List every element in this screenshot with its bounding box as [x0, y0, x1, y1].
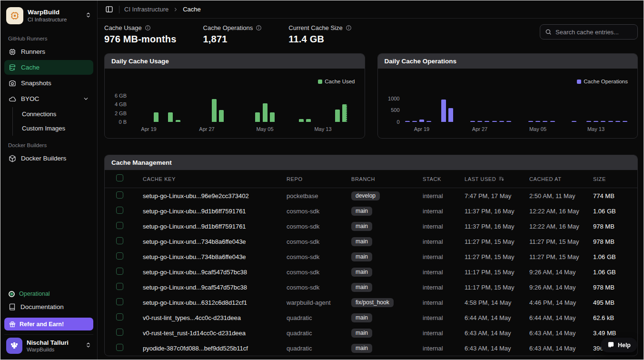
cell-cached-at: 12:22 AM, 16 May	[529, 223, 593, 230]
camera-icon	[9, 80, 16, 87]
chart-bar	[212, 99, 217, 122]
branch-badge: fix/post_hook	[351, 298, 394, 307]
chart-bar	[342, 104, 347, 122]
user-switcher[interactable]: Nischal Talluri WarpBuilds	[4, 334, 93, 355]
cell-cached-at: 2:50 AM, 11 May	[529, 192, 593, 200]
panel-title: Daily Cache Operations	[378, 54, 638, 69]
cell-repo: quadratic	[287, 345, 351, 352]
chevrons-up-down-icon	[85, 11, 91, 20]
info-icon[interactable]	[346, 25, 352, 31]
cpu-icon	[9, 48, 16, 56]
sidebar-item-runners[interactable]: Runners	[4, 44, 93, 59]
sidebar-item-documentation[interactable]: Documentation	[4, 300, 93, 314]
row-checkbox[interactable]	[116, 283, 123, 290]
cell-last-used: 6:43 AM, 14 May	[465, 345, 529, 352]
x-tick-label: Apr 27	[199, 126, 214, 132]
cell-cache-key: setup-go-Linux-und...9d1b6ff7591761	[143, 223, 287, 230]
table-row: pyodide-387c0fd088...bef9dd525b11cf quad…	[105, 340, 637, 356]
chevron-right-icon	[173, 7, 178, 12]
stat-label: Cache Operations	[203, 24, 253, 31]
refer-and-earn-button[interactable]: Refer and Earn!	[4, 318, 93, 330]
gift-icon	[9, 321, 16, 328]
help-label: Help	[618, 342, 631, 349]
cell-size: 1.06 GB	[593, 208, 637, 215]
cell-repo: cosmos-sdk	[287, 284, 351, 291]
sidebar-item-byoc[interactable]: BYOC	[4, 91, 93, 106]
sidebar-item-connections[interactable]: Connections	[18, 107, 93, 120]
x-tick-label: May 05	[529, 126, 546, 132]
row-checkbox[interactable]	[116, 237, 123, 244]
avatar	[6, 338, 22, 354]
refer-label: Refer and Earn!	[20, 321, 64, 328]
info-icon[interactable]	[145, 25, 151, 31]
legend-swatch	[318, 80, 322, 84]
stat-current-cache-size: Current Cache Size 11.4 GB	[288, 24, 351, 45]
sidebar-item-cache[interactable]: Cache	[4, 60, 93, 75]
row-checkbox[interactable]	[116, 222, 123, 229]
table-row: setup-go-Linux-und...9d1b6ff7591761 cosm…	[105, 219, 637, 234]
y-tick-label: 6 GB	[115, 92, 127, 99]
select-all-checkbox[interactable]	[116, 174, 123, 181]
table-row: setup-go-Linux-und...734b8a6ffe043e cosm…	[105, 234, 637, 249]
table-row: v0-rust-test_rust-1d14cc0c-d231deea quad…	[105, 325, 637, 340]
branch-badge: main	[351, 252, 372, 261]
table-body: setup-go-Linux-ubu...96e9e2cc373402 pock…	[105, 188, 637, 356]
column-header-label: LAST USED	[465, 176, 496, 182]
cell-cached-at: 12:22 AM, 16 May	[529, 208, 593, 215]
row-checkbox[interactable]	[116, 268, 123, 275]
legend-label: Cache Operations	[584, 79, 628, 84]
daily-cache-operations-panel: Daily Cache Operations Cache Operations …	[377, 53, 638, 139]
row-checkbox[interactable]	[116, 207, 123, 214]
cell-last-used: 7:47 PM, 17 May	[465, 192, 529, 200]
cell-stack: internal	[423, 330, 465, 337]
sidebar-item-docker-builders[interactable]: Docker Builders	[4, 151, 93, 166]
chat-bubble-icon	[607, 341, 614, 349]
cell-cache-key: setup-go-Linux-ubu...6312c6d8d12cf1	[143, 299, 287, 306]
status-dot-icon	[9, 291, 15, 297]
chart-bar	[448, 108, 453, 122]
cell-repo: cosmos-sdk	[287, 253, 351, 260]
branch-badge: main	[351, 268, 372, 277]
branch-badge: develop	[351, 191, 380, 200]
sidebar-item-snapshots[interactable]: Snapshots	[4, 76, 93, 90]
org-switcher[interactable]: WarpBuild CI Infrastructure	[4, 5, 93, 30]
chart-legend: Cache Used	[111, 78, 355, 85]
column-header-last-used[interactable]: LAST USED	[465, 176, 529, 182]
cell-cache-key: setup-go-Linux-ubu...9d1b6ff7591761	[143, 208, 287, 215]
chart-x-axis: Apr 19Apr 27May 05May 13	[404, 122, 629, 133]
breadcrumb-ci-infrastructure[interactable]: CI Infrastructure	[124, 6, 168, 13]
x-tick-label: Apr 19	[141, 126, 156, 132]
table-row: setup-go-Linux-ubu...734b8a6ffe043e cosm…	[105, 249, 637, 264]
sidebar-toggle-button[interactable]	[104, 4, 114, 14]
row-checkbox[interactable]	[116, 344, 123, 351]
chart-bar	[335, 110, 340, 122]
sidebar-item-custom-images[interactable]: Custom Images	[18, 121, 93, 135]
cell-size: 978 MB	[593, 238, 637, 245]
legend-swatch	[577, 80, 581, 84]
y-tick-label: 1000	[388, 95, 399, 102]
cloud-icon	[9, 95, 16, 103]
panel-title: Cache Management	[105, 155, 637, 170]
row-checkbox[interactable]	[116, 298, 123, 305]
cell-stack: internal	[423, 238, 465, 245]
row-checkbox[interactable]	[116, 329, 123, 336]
cell-repo: pocketbase	[287, 192, 351, 200]
cell-last-used: 11:17 PM, 15 May	[465, 284, 529, 291]
column-header-size: SIZE	[593, 176, 637, 182]
cell-repo: cosmos-sdk	[287, 238, 351, 245]
sidebar-item-label: Connections	[22, 110, 56, 118]
row-checkbox[interactable]	[116, 313, 123, 320]
chevron-down-icon	[83, 96, 89, 102]
chart-x-axis: Apr 19Apr 27May 05May 13	[130, 122, 356, 133]
row-checkbox[interactable]	[116, 252, 123, 260]
help-button[interactable]: Help	[601, 338, 637, 352]
row-checkbox[interactable]	[116, 191, 123, 199]
sidebar-item-label: Cache	[21, 64, 40, 71]
cell-cached-at: 9:26 AM, 14 May	[529, 269, 593, 276]
org-name: WarpBuild	[28, 9, 81, 16]
search-input[interactable]	[555, 29, 633, 36]
sidebar-item-label: Snapshots	[21, 80, 51, 87]
x-tick-label: May 05	[256, 126, 273, 132]
cell-size: 1.06 GB	[593, 269, 637, 276]
info-icon[interactable]	[256, 25, 262, 31]
